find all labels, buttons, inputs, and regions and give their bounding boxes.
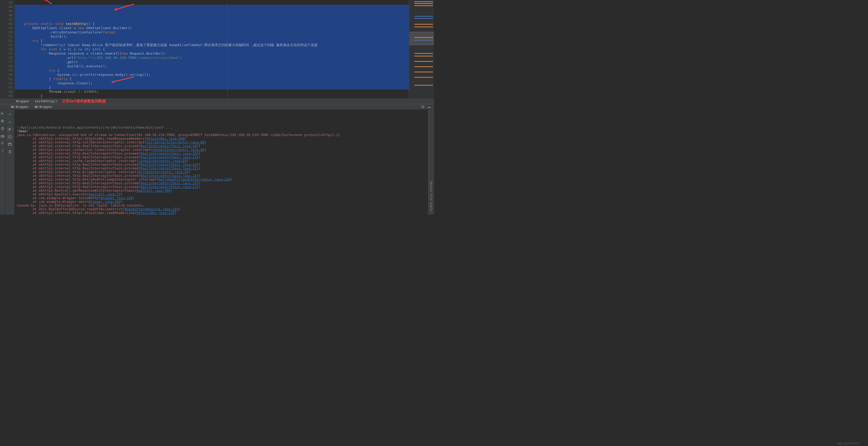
minimap-marker [414, 3, 433, 4]
minimap-marker [414, 77, 433, 78]
tab-label: Wrapper [16, 105, 29, 109]
debug-icon[interactable] [1, 127, 4, 130]
code-line[interactable]: response.close(); [14, 81, 409, 85]
console-output[interactable]: "/Applications/Android Studio.app/Conten… [14, 110, 428, 215]
stacktrace-link[interactable]: CallServerInterceptor.java:88 [147, 140, 204, 144]
console-line: Caused by: java.io.EOFException: \n not … [17, 204, 426, 208]
code-line[interactable]: } [14, 94, 409, 98]
soft-wrap-icon[interactable] [7, 127, 12, 132]
stop-icon[interactable] [1, 119, 4, 123]
minimap-thumb[interactable] [410, 32, 433, 45]
console-line: at okhttp3.internal.connection.ConnectIn… [17, 148, 426, 152]
stacktrace-link[interactable]: RealInterceptorChain.java:147 [141, 151, 198, 155]
up-icon[interactable] [7, 112, 12, 117]
code-line[interactable]: } finally { [14, 77, 409, 81]
breadcrumb: Wrapper › testOkhttp() 正常Get请求参数返回数据 [0, 98, 434, 104]
minimap-marker [414, 16, 433, 17]
camera-icon[interactable] [1, 134, 4, 138]
stacktrace-link[interactable]: RealInterceptorChain.java:121 [141, 185, 198, 189]
minimap-marker [414, 53, 433, 54]
code-area[interactable]: private static void testOkhttp() { OkHtt… [14, 0, 409, 98]
gutter[interactable]: 4344454647484950515253545556575859606162… [0, 0, 14, 98]
scroll-to-end-icon[interactable] [7, 134, 12, 139]
svg-rect-9 [9, 143, 10, 144]
minimap[interactable] [409, 0, 434, 98]
console-line: at okhttp3.internal.cache.CacheIntercept… [17, 159, 426, 163]
console-line: at okhttp3.internal.http.RealInterceptor… [17, 144, 426, 148]
code-line[interactable]: .get() [14, 60, 409, 64]
stacktrace-link[interactable]: RealInterceptorChain.java:147 [141, 144, 198, 148]
stacktrace-link[interactable]: Http1Codec.java:208 [147, 136, 184, 140]
code-line[interactable]: .build(); [14, 34, 409, 39]
editor-area: 4344454647484950515253545556575859606162… [0, 0, 434, 98]
console-line: at okhttp3.internal.http.RealInterceptor… [17, 185, 426, 189]
help-icon[interactable]: ? [1, 149, 4, 153]
code-line[interactable]: OkHttpClient client = new OkHttpClient.B… [14, 26, 409, 30]
breadcrumb-class[interactable]: Wrapper [14, 99, 31, 103]
run-tabs-row: Wrapper Wrapper [0, 104, 434, 110]
code-line[interactable]: for (int i = 0; i != 10; i++) { [14, 47, 409, 52]
stacktrace-link[interactable]: Wrapper.java:169 [89, 200, 120, 204]
tab-wrapper-1[interactable]: Wrapper [8, 104, 32, 110]
stacktrace-link[interactable]: RealCall.java:200 [136, 189, 170, 192]
tab-label: Wrapper [39, 105, 53, 109]
code-line[interactable]: .build()).execute(); [14, 64, 409, 68]
print-icon[interactable] [7, 141, 12, 147]
console-line: at okhttp3.internal.http1.Http1Codec.rea… [17, 137, 426, 140]
console-line: at okhttp3.internal.http.RealInterceptor… [17, 152, 426, 155]
breadcrumb-method[interactable]: testOkhttp() [33, 99, 59, 103]
code-line[interactable]: Thread.sleep( l: 61000); [14, 90, 409, 94]
console-line: at com.example.Wrapper.testOkhttp(Wrappe… [17, 196, 426, 200]
svg-point-6 [2, 136, 3, 137]
stacktrace-link[interactable]: Http1Codec.java:215 [136, 211, 175, 215]
stacktrace-link[interactable]: RealCall.java:77 [89, 192, 120, 196]
stacktrace-link[interactable]: RealInterceptorChain.java:147 [141, 181, 198, 185]
run-config-icon [34, 105, 38, 109]
code-line[interactable]: try { [14, 68, 409, 73]
settings-icon[interactable] [421, 105, 425, 109]
code-line[interactable]: Response response = client.newCall(new R… [14, 52, 409, 56]
stacktrace-link[interactable]: Wrapper.java:154 [100, 196, 132, 200]
svg-rect-3 [1, 120, 4, 122]
svg-text:?: ? [2, 149, 4, 153]
stacktrace-link[interactable]: RealInterceptorChain.java:121 [141, 155, 198, 159]
code-line[interactable]: private static void testOkhttp() { [14, 22, 409, 26]
console-toolbar [5, 110, 14, 215]
minimap-marker [414, 56, 433, 57]
down-icon[interactable] [7, 119, 12, 125]
svg-rect-0 [11, 106, 14, 108]
stacktrace-link[interactable]: RealInterceptorChain.java:147 [141, 163, 198, 166]
stacktrace-link[interactable]: ConnectInterceptor.java:45 [153, 148, 205, 152]
code-line[interactable]: .retryOnConnectionFailure(false) [14, 30, 409, 34]
console-line: at okhttp3.internal.http.RealInterceptor… [17, 155, 426, 159]
code-line[interactable]: .url("http:">//192.168.50.210:7080/commo… [14, 56, 409, 60]
minimap-marker [414, 61, 433, 62]
console-line: at okhttp3.internal.http.RealInterceptor… [17, 166, 426, 170]
code-line[interactable]: } [14, 85, 409, 90]
console-line: at com.example.Wrapper.main(Wrapper.java… [17, 200, 426, 204]
device-file-explorer-tab[interactable]: Device File Explo [430, 181, 433, 211]
code-line[interactable]: try { [14, 39, 409, 43]
minimap-marker [414, 27, 433, 27]
code-line[interactable]: "comment">// tomcat Keep-Alive 客户端后续请求时，… [14, 43, 409, 47]
run-icon[interactable] [1, 112, 4, 116]
console-line: "demo" [17, 129, 426, 133]
stacktrace-link[interactable]: BridgeInterceptor.java:93 [138, 170, 188, 174]
stacktrace-link[interactable]: CacheInterceptor.java:93 [138, 159, 186, 163]
code-line[interactable] [14, 18, 409, 22]
stacktrace-link[interactable]: RealInterceptorChain.java:147 [141, 174, 198, 178]
minimize-icon[interactable] [427, 105, 431, 109]
minimap-marker [414, 5, 433, 6]
close-icon[interactable] [1, 141, 4, 145]
svg-point-2 [422, 106, 424, 107]
stacktrace-link[interactable]: RealInterceptorChain.java:121 [141, 166, 198, 170]
console-line: at okhttp3.internal.http.RealInterceptor… [17, 163, 426, 166]
minimap-marker [414, 37, 433, 38]
trash-icon[interactable] [7, 149, 12, 154]
stacktrace-link[interactable]: RealBufferedSource.java:237 [124, 207, 178, 211]
tab-wrapper-2[interactable]: Wrapper [32, 104, 56, 110]
console-line: at okhttp3.internal.http.RealInterceptor… [17, 181, 426, 185]
minimap-marker [414, 40, 433, 40]
stacktrace-link[interactable]: RetryAndFollowUpInterceptor.java:126 [158, 178, 230, 181]
code-line[interactable]: System.out.println(response.body().strin… [14, 73, 409, 77]
